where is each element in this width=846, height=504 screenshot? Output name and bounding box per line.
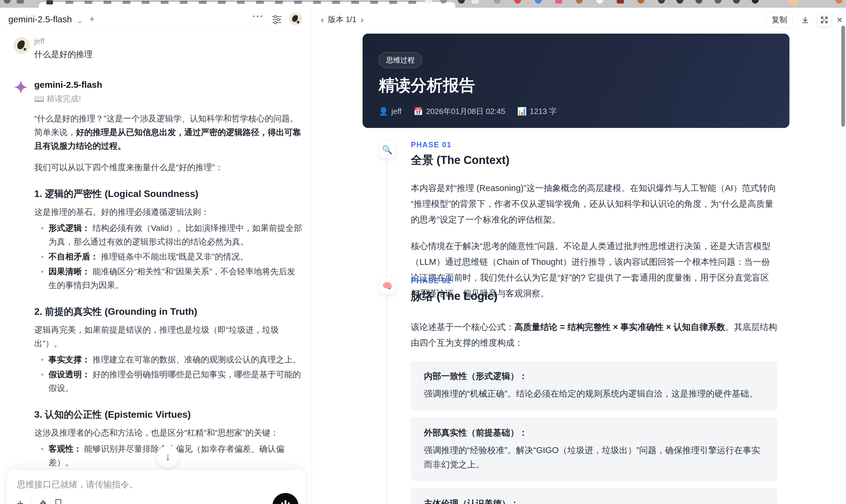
section-intro-3: 这涉及推理者的心态和方法论，也是区分“杠精”和“思想家”的关键： — [34, 426, 302, 440]
voice-input-button[interactable] — [272, 493, 299, 504]
browser-profile-avatar[interactable] — [788, 0, 798, 6]
section-heading-2: 2. 前提的真实性 (Grounding in Truth) — [34, 305, 302, 318]
browser-action-icon[interactable] — [752, 0, 759, 4]
phase-2-title: 脉络 (The Logic) — [411, 289, 777, 304]
bar-chart-icon: 📊 — [517, 107, 527, 116]
extension-icon[interactable] — [494, 0, 501, 4]
phase-1-paragraph-1: 本内容是对“推理 (Reasoning)”这一抽象概念的高层建模。在知识爆炸与人… — [411, 180, 777, 228]
extension-icon[interactable] — [596, 0, 603, 4]
bookmark-icon[interactable] — [54, 499, 62, 504]
bullet-text: 推理链条中不能出现“既是又非”的情况。 — [101, 252, 248, 261]
scroll-to-bottom-button[interactable]: ↓ — [157, 445, 179, 468]
wordcount-meta: 📊1213 字 — [517, 106, 557, 116]
waveform-bar — [281, 502, 283, 504]
section-heading-3: 3. 认知的公正性 (Epistemic Virtues) — [34, 408, 302, 421]
lead-paragraph: 我们可以从以下四个维度来衡量什么是“好的推理”： — [34, 161, 302, 174]
extension-icon[interactable] — [658, 0, 665, 4]
extension-icon[interactable] — [535, 0, 542, 4]
avatar-ball — [297, 21, 299, 23]
artifact-actions: 复制 × — [766, 12, 842, 28]
date-text: 2026年01月08日 02:45 — [426, 106, 505, 116]
chat-header: gemini-2.5-flash ⌄ + ··· — [0, 8, 312, 31]
extension-icon[interactable] — [637, 0, 645, 4]
user-message: jeff 什么是好的推理 — [13, 37, 301, 60]
composer-placeholder[interactable]: 思维接口已就绪，请传输指令。 — [17, 479, 138, 491]
new-chat-button[interactable]: + — [89, 14, 95, 25]
extension-icon[interactable] — [576, 0, 583, 4]
close-icon[interactable]: × — [837, 14, 842, 25]
bullet-item: 不自相矛盾： 推理链条中不能出现“既是又非”的情况。 — [34, 250, 302, 264]
phase1-emoji: 🔍 — [382, 145, 393, 155]
version-label: 版本 1/1 — [328, 14, 356, 25]
user-avatar[interactable] — [289, 13, 302, 25]
bullet-label: 客观性： — [49, 444, 82, 453]
bullet-label: 假设透明： — [49, 370, 90, 379]
extension-icon[interactable] — [514, 0, 521, 4]
composer-toolbar: + ❖ — [17, 498, 62, 504]
arrow-down-icon: ↓ — [165, 450, 171, 463]
author-name: jeff — [391, 107, 401, 116]
thinking-process-badge: 思维过程 — [378, 52, 422, 68]
bullet-label: 形式逻辑： — [49, 223, 90, 233]
user-avatar — [13, 37, 30, 54]
bullet-list: 形式逻辑： 结构必须有效（Valid）。比如演绎推理中，如果前提全部为真，那么通… — [34, 221, 302, 292]
extension-icon[interactable] — [425, 0, 432, 4]
artifact-toolbar: ‹ 版本 1/1 › 复制 × — [312, 8, 846, 32]
lead-formula: 高质量结论 = 结构完整性 × 事实准确性 × 认知自律系数 — [514, 322, 725, 332]
avatar-ball — [23, 48, 26, 51]
dimension-card-2: 外部真实性（前提基础）： 强调推理的“经验校准”。解决“GIGO（垃圾进，垃圾出… — [411, 417, 777, 481]
phase-1-kicker: PHASE 01 — [411, 140, 777, 149]
scrollbar-thumb[interactable] — [841, 25, 845, 127]
magnifier-icon: 🔍 — [378, 141, 396, 158]
extension-icon[interactable] — [458, 0, 465, 4]
extension-icon[interactable] — [472, 0, 479, 4]
calendar-icon: 📅 — [413, 107, 423, 116]
browser-icon-fragment — [17, 0, 24, 4]
bullet-item: 假设透明： 好的推理会明确指明哪些是已知事实，哪些是基于可能的假设。 — [34, 368, 302, 395]
skills-sparkle-icon[interactable]: ❖ — [39, 498, 47, 504]
chevron-left-icon[interactable]: ‹ — [321, 15, 324, 25]
extension-icon[interactable] — [617, 0, 624, 4]
card-title: 内部一致性（形式逻辑）： — [424, 371, 764, 382]
toolbar-divider — [668, 0, 669, 4]
tab-title-fragment — [66, 1, 426, 4]
phase-2-kicker: PHASE 02 — [411, 276, 777, 285]
artifact-panel: ‹ 版本 1/1 › 复制 × 思维过程 精读分析报告 👤jeff 📅2026年… — [312, 8, 846, 504]
date-meta: 📅2026年01月08日 02:45 — [413, 106, 505, 116]
browser-action-icon[interactable] — [695, 0, 703, 4]
browser-action-icon[interactable] — [733, 0, 740, 4]
dimension-card-3: 主体伦理（认识美德）： 转向推理者的心理特征。引入奥卡姆剃刀和反向论证，旨在克服… — [411, 488, 777, 504]
chevron-down-icon[interactable]: ⌄ — [77, 17, 83, 25]
more-options-icon[interactable]: ··· — [252, 11, 264, 21]
intro-paragraph: “什么是好的推理？”这是一个涉及逻辑学、认知科学和哲学核心的问题。简单来说，好的… — [34, 112, 302, 153]
version-navigator: ‹ 版本 1/1 › — [321, 14, 364, 25]
report-title: 精读分析报告 — [378, 75, 475, 96]
extension-icon[interactable] — [555, 0, 562, 4]
status-text: 精读完成! — [47, 94, 81, 103]
message-list: jeff 什么是好的推理 gemini-2.5-flash 📖 精读完成! — [0, 31, 312, 504]
chevron-right-icon[interactable]: › — [360, 15, 364, 25]
waveform-bar — [288, 502, 289, 504]
conversation-title[interactable]: gemini-2.5-flash — [8, 14, 72, 24]
phase-2-section: PHASE 02 脉络 (The Logic) 该论述基于一个核心公式：高质量结… — [411, 276, 777, 504]
copy-button[interactable]: 复制 — [766, 12, 793, 28]
bullet-item: 形式逻辑： 结构必须有效（Valid）。比如演绎推理中，如果前提全部为真，那么通… — [34, 221, 302, 249]
phase2-emoji: 🧠 — [382, 281, 393, 291]
book-icon: 📖 — [34, 94, 45, 103]
browser-action-icon[interactable] — [715, 0, 722, 4]
attach-plus-icon[interactable]: + — [17, 499, 23, 504]
assistant-message: gemini-2.5-flash 📖 精读完成! “什么是好的推理？”这是一个涉… — [13, 80, 301, 504]
phase-2-lead: 该论述基于一个核心公式：高质量结论 = 结构完整性 × 事实准确性 × 认知自律… — [411, 319, 777, 351]
fullscreen-icon[interactable] — [818, 13, 831, 26]
bullet-item: 因果清晰： 能准确区分“相关性”和“因果关系”，不会轻率地将先后发生的事情归为因… — [34, 265, 302, 292]
lead-pre: 该论述基于一个核心公式： — [411, 322, 514, 332]
assistant-name: gemini-2.5-flash — [34, 80, 301, 90]
browser-tab[interactable] — [39, 2, 455, 8]
message-composer[interactable]: 思维接口已就绪，请传输指令。 + ❖ — [6, 469, 306, 504]
section-intro-1: 这是推理的基石。好的推理必须遵循逻辑法则： — [34, 205, 302, 219]
composer-divider — [31, 499, 32, 504]
download-icon[interactable] — [799, 13, 812, 26]
browser-action-icon[interactable] — [676, 0, 684, 4]
model-settings-icon[interactable] — [272, 15, 282, 24]
extension-icon[interactable] — [835, 0, 842, 4]
